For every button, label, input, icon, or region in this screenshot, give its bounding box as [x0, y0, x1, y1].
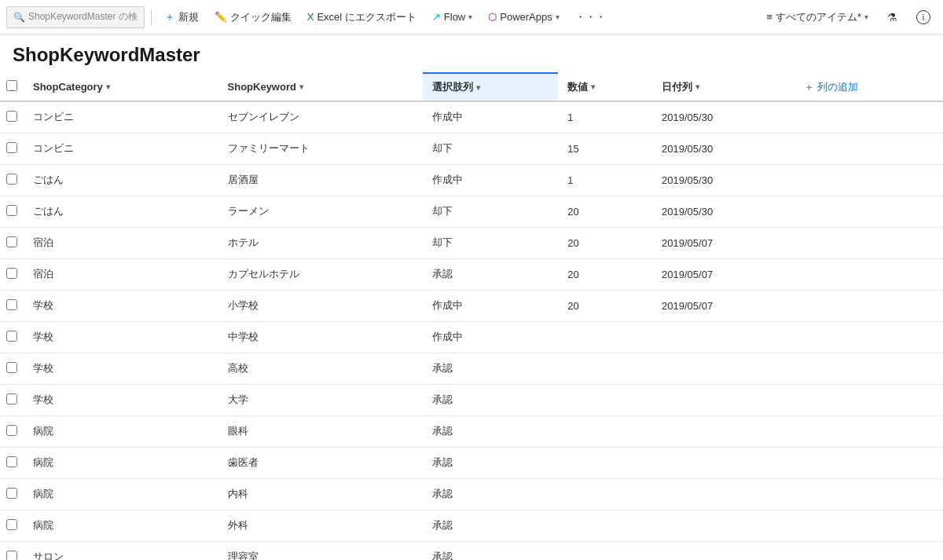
row-checkbox[interactable]	[6, 488, 17, 499]
shop-keyword-chevron-icon: ▾	[299, 82, 303, 91]
row-checkbox-cell	[0, 227, 24, 258]
table-row[interactable]: 病院内科承認	[0, 478, 943, 510]
table-row[interactable]: 病院眼科承認	[0, 415, 943, 447]
filter-button[interactable]: ⚗	[881, 5, 904, 30]
table-container: ShopCategory ▾ ShopKeyword ▾ 選択肢列 ▾	[0, 72, 943, 560]
row-shopCategory-cell: 病院	[24, 447, 218, 478]
row-checkbox[interactable]	[6, 456, 17, 467]
row-add-col-cell	[794, 290, 943, 321]
all-items-label: すべてのアイテム*	[776, 10, 861, 24]
row-shopCategory-cell: 学校	[24, 384, 218, 415]
row-checkbox[interactable]	[6, 142, 17, 153]
row-dateCol-cell	[652, 541, 794, 560]
row-dateCol-cell	[652, 447, 794, 478]
table-row[interactable]: 宿泊カプセルホテル承認202019/05/07	[0, 258, 943, 290]
row-add-col-cell	[794, 321, 943, 353]
row-add-col-cell	[794, 353, 943, 384]
table-row[interactable]: サロン理容室承認	[0, 541, 943, 560]
row-value-cell: 1	[558, 164, 652, 196]
row-shopKeyword-cell: 眼科	[218, 415, 423, 447]
all-items-chevron-icon: ▾	[864, 13, 868, 21]
row-shopCategory-cell: コンビニ	[24, 133, 218, 164]
add-column-button[interactable]: ＋ 列の追加	[804, 80, 858, 94]
row-checkbox[interactable]	[6, 299, 17, 310]
row-checkbox-cell	[0, 353, 24, 384]
row-shopCategory-cell: ごはん	[24, 164, 218, 196]
more-button[interactable]: ・・・	[569, 5, 612, 30]
value-header[interactable]: 数値 ▾	[558, 73, 652, 101]
powerapps-button[interactable]: ⬡ PowerApps ▾	[482, 5, 565, 30]
row-value-cell	[558, 321, 652, 353]
row-selectCol-cell: 承認	[423, 478, 559, 510]
table-row[interactable]: 病院外科承認	[0, 510, 943, 541]
row-dateCol-cell: 2019/05/30	[652, 133, 794, 164]
date-col-header[interactable]: 日付列 ▾	[652, 73, 794, 101]
quick-edit-button[interactable]: ✏️ クイック編集	[208, 5, 298, 30]
row-checkbox[interactable]	[6, 551, 17, 561]
row-value-cell	[558, 384, 652, 415]
table-row[interactable]: 病院歯医者承認	[0, 447, 943, 478]
table-row[interactable]: コンビニファミリーマート却下152019/05/30	[0, 133, 943, 164]
table-row[interactable]: 学校中学校作成中	[0, 321, 943, 353]
row-checkbox[interactable]	[6, 393, 17, 404]
select-all-checkbox[interactable]	[6, 80, 17, 91]
pencil-icon: ✏️	[215, 11, 227, 23]
row-shopKeyword-cell: 内科	[218, 478, 423, 510]
table-row[interactable]: 宿泊ホテル却下202019/05/07	[0, 227, 943, 258]
row-dateCol-cell	[652, 415, 794, 447]
row-dateCol-cell	[652, 321, 794, 353]
row-add-col-cell	[794, 164, 943, 196]
row-checkbox-cell	[0, 384, 24, 415]
search-icon: 🔍	[13, 12, 25, 23]
add-col-header[interactable]: ＋ 列の追加	[794, 73, 943, 101]
shop-category-header[interactable]: ShopCategory ▾	[24, 73, 218, 101]
export-excel-button[interactable]: X Excel にエクスポート	[301, 5, 423, 30]
select-col-header[interactable]: 選択肢列 ▾	[423, 73, 559, 101]
row-checkbox-cell	[0, 164, 24, 196]
table-header-row: ShopCategory ▾ ShopKeyword ▾ 選択肢列 ▾	[0, 73, 943, 101]
row-add-col-cell	[794, 510, 943, 541]
row-selectCol-cell: 承認	[423, 258, 559, 290]
checkbox-header[interactable]	[0, 73, 24, 101]
row-selectCol-cell: 作成中	[423, 290, 559, 321]
table-row[interactable]: コンビニセブンイレブン作成中12019/05/30	[0, 101, 943, 133]
row-shopKeyword-cell: 居酒屋	[218, 164, 423, 196]
row-checkbox[interactable]	[6, 519, 17, 530]
row-checkbox-cell	[0, 447, 24, 478]
row-shopKeyword-cell: 外科	[218, 510, 423, 541]
flow-chevron-icon: ▾	[468, 13, 472, 21]
export-excel-label: Excel にエクスポート	[317, 10, 416, 24]
table-row[interactable]: 学校高校承認	[0, 353, 943, 384]
row-selectCol-cell: 承認	[423, 384, 559, 415]
hamburger-menu-button[interactable]: ≡ すべてのアイテム* ▾	[760, 5, 875, 30]
row-shopCategory-cell: 病院	[24, 478, 218, 510]
row-dateCol-cell: 2019/05/30	[652, 164, 794, 196]
table-row[interactable]: 学校大学承認	[0, 384, 943, 415]
row-checkbox[interactable]	[6, 425, 17, 436]
search-box[interactable]: 🔍 ShopKeywordMaster の検	[6, 6, 145, 28]
flow-button[interactable]: ↗ Flow ▾	[426, 5, 479, 30]
row-checkbox[interactable]	[6, 205, 17, 216]
shop-keyword-header[interactable]: ShopKeyword ▾	[218, 73, 423, 101]
filter-icon: ⚗	[887, 11, 897, 24]
row-checkbox[interactable]	[6, 362, 17, 373]
quick-edit-label: クイック編集	[230, 10, 292, 24]
row-checkbox[interactable]	[6, 174, 17, 185]
select-col-chevron-icon: ▾	[476, 83, 480, 92]
table-row[interactable]: ごはんラーメン却下202019/05/30	[0, 196, 943, 227]
row-selectCol-cell: 承認	[423, 353, 559, 384]
new-button[interactable]: ＋ 新規	[158, 5, 205, 30]
row-checkbox[interactable]	[6, 268, 17, 279]
row-shopCategory-cell: サロン	[24, 541, 218, 560]
row-checkbox-cell	[0, 415, 24, 447]
row-value-cell: 20	[558, 196, 652, 227]
row-checkbox[interactable]	[6, 236, 17, 247]
add-col-label: 列の追加	[817, 80, 858, 94]
table-row[interactable]: 学校小学校作成中202019/05/07	[0, 290, 943, 321]
toolbar: 🔍 ShopKeywordMaster の検 ＋ 新規 ✏️ クイック編集 X …	[0, 0, 943, 35]
table-row[interactable]: ごはん居酒屋作成中12019/05/30	[0, 164, 943, 196]
info-button[interactable]: i	[910, 5, 937, 30]
row-checkbox[interactable]	[6, 111, 17, 122]
row-checkbox[interactable]	[6, 331, 17, 342]
powerapps-chevron-icon: ▾	[556, 13, 560, 21]
